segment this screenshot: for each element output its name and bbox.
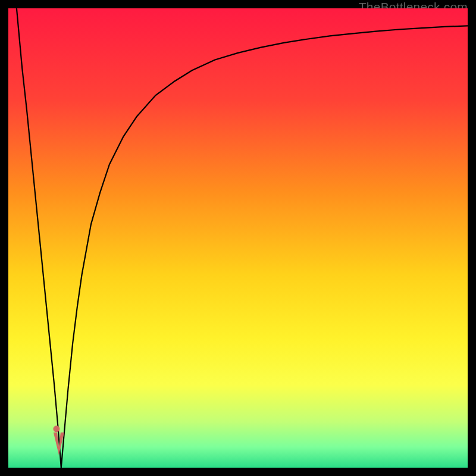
plot-area [8, 8, 468, 468]
svg-point-0 [53, 425, 60, 432]
gradient-background [8, 8, 468, 468]
chart-svg [8, 8, 468, 468]
chart-frame: TheBottleneck.com [0, 0, 476, 476]
